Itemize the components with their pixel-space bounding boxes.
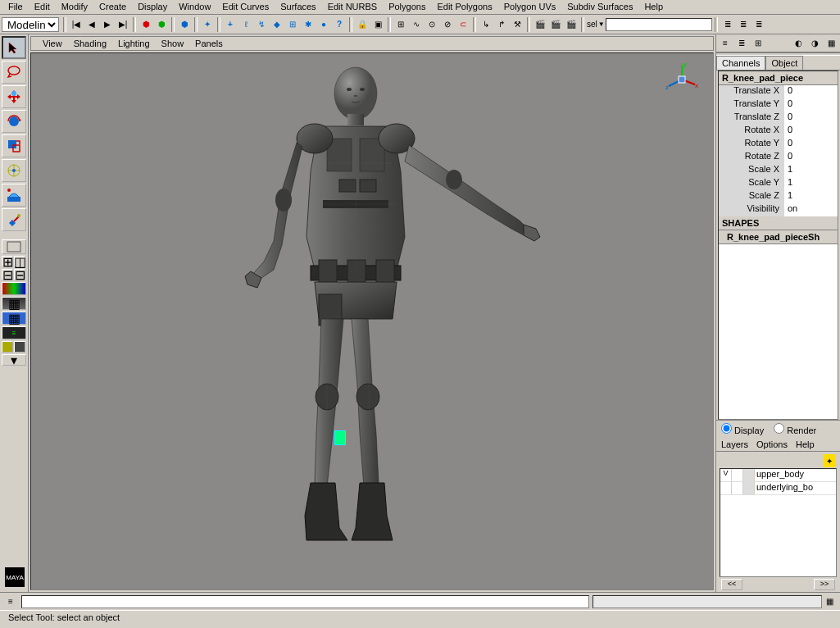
snap-point-icon[interactable]: ⊙: [425, 17, 439, 32]
vp-menu-view[interactable]: View: [38, 39, 67, 48]
render-globals-icon[interactable]: 🎬: [564, 17, 579, 32]
ch-sy-val[interactable]: 1: [784, 177, 838, 190]
scroll-right-button[interactable]: >>: [814, 579, 835, 590]
list-icon-2[interactable]: ≣: [736, 17, 751, 32]
select-bound-icon[interactable]: ▣: [370, 17, 385, 32]
lock-icon[interactable]: 🔒: [355, 17, 370, 32]
ch-rz-val[interactable]: 0: [784, 151, 838, 164]
layer-name[interactable]: underlying_bo: [755, 482, 836, 494]
menu-window[interactable]: Window: [174, 2, 216, 12]
manipulator-tool[interactable]: [2, 159, 26, 182]
four-pane-icon[interactable]: ⊞: [2, 256, 13, 267]
menu-edit-polygons[interactable]: Edit Polygons: [432, 2, 497, 12]
sphere-icon[interactable]: ●: [316, 17, 331, 32]
input-icon[interactable]: ↳: [479, 17, 493, 32]
menu-subdiv-surfaces[interactable]: Subdiv Surfaces: [562, 2, 638, 12]
paint-tool[interactable]: [2, 208, 26, 231]
layer-name[interactable]: upper_body: [755, 469, 836, 481]
vp-menu-lighting[interactable]: Lighting: [113, 39, 155, 48]
ch-vis-val[interactable]: on: [784, 203, 838, 216]
ch-sx-val[interactable]: 1: [784, 164, 838, 177]
menu-edit[interactable]: Edit: [30, 2, 55, 12]
vp-menu-shading[interactable]: Shading: [69, 39, 111, 48]
step-back-icon[interactable]: |◀: [69, 17, 84, 32]
selection-input[interactable]: [606, 18, 712, 31]
plus-icon[interactable]: +: [223, 17, 238, 32]
ch-ty-val[interactable]: 0: [784, 98, 838, 111]
layer-color-swatch[interactable]: [743, 469, 755, 481]
output-icon[interactable]: ↱: [494, 17, 509, 32]
snap-plane-icon[interactable]: ⊘: [440, 17, 455, 32]
layer-type-toggle[interactable]: [732, 482, 743, 494]
surface-icon[interactable]: ◆: [270, 17, 284, 32]
magnet-icon[interactable]: ⊂: [456, 17, 470, 32]
vp-menu-panels[interactable]: Panels: [190, 39, 228, 48]
obj-icon[interactable]: ⬢: [154, 17, 169, 32]
mel-toggle-icon[interactable]: ≡: [3, 594, 18, 609]
render-radio[interactable]: Render: [774, 423, 816, 435]
ch-ry-val[interactable]: 0: [784, 138, 838, 151]
mode-dropdown[interactable]: Modeling: [2, 17, 59, 32]
move-tool[interactable]: [2, 85, 26, 108]
layer-vis-toggle[interactable]: V: [720, 469, 732, 481]
scroll-left-button[interactable]: <<: [721, 579, 742, 590]
command-input[interactable]: [21, 595, 589, 608]
tool-settings-icon[interactable]: ◑: [807, 36, 822, 51]
layout-1-icon[interactable]: [2, 282, 26, 295]
preset-1-icon[interactable]: [2, 341, 13, 353]
frame-icon[interactable]: ⊞: [285, 17, 300, 32]
layout-2-icon[interactable]: ▦: [2, 297, 26, 310]
attr-editor-icon[interactable]: ◐: [791, 36, 806, 51]
layout-3-icon[interactable]: ▦: [2, 312, 26, 325]
reverse-icon[interactable]: ↯: [254, 17, 269, 32]
layer-type-toggle[interactable]: [732, 469, 743, 481]
channel-view-2-icon[interactable]: ≣: [734, 36, 749, 51]
layer-vis-toggle[interactable]: [720, 482, 732, 494]
snap-grid-icon[interactable]: ⊞: [393, 17, 408, 32]
menu-help[interactable]: Help: [639, 2, 668, 12]
lasso-tool[interactable]: [2, 61, 26, 84]
channel-view-3-icon[interactable]: ⊞: [751, 36, 765, 51]
play-fwd-icon[interactable]: ▶: [100, 17, 115, 32]
new-layer-icon[interactable]: ✦: [822, 453, 837, 468]
object-name-header[interactable]: R_knee_pad_piece: [719, 71, 838, 85]
help-icon[interactable]: ?: [332, 17, 347, 32]
object-tab[interactable]: Object: [765, 56, 803, 70]
channel-view-1-icon[interactable]: ≡: [718, 36, 733, 51]
selected-knee-pad-highlight[interactable]: [334, 430, 346, 445]
ch-sz-val[interactable]: 1: [784, 190, 838, 203]
ch-rx-val[interactable]: 0: [784, 125, 838, 138]
menu-modify[interactable]: Modify: [57, 2, 93, 12]
menu-edit-curves[interactable]: Edit Curves: [217, 2, 274, 12]
layer-row-underlying[interactable]: underlying_bo: [720, 482, 836, 495]
menu-file[interactable]: File: [3, 2, 28, 12]
two-pane-h-icon[interactable]: ⊟: [2, 269, 13, 280]
construction-icon[interactable]: ⚒: [510, 17, 524, 32]
two-pane-v-icon[interactable]: ◫: [14, 256, 25, 267]
ipr-icon[interactable]: 🎬: [548, 17, 563, 32]
display-radio[interactable]: Display: [721, 423, 764, 435]
perspective-viewport[interactable]: y x z: [30, 52, 714, 590]
character-mesh[interactable]: [175, 57, 569, 565]
snap-curve-icon[interactable]: ∿: [409, 17, 424, 32]
menu-polygon-uvs[interactable]: Polygon UVs: [499, 2, 561, 12]
menu-surfaces[interactable]: Surfaces: [275, 2, 320, 12]
channel-box-icon[interactable]: ▦: [824, 36, 838, 51]
spark-icon[interactable]: ✱: [301, 17, 316, 32]
menu-display[interactable]: Display: [133, 2, 172, 12]
ch-tx-val[interactable]: 0: [784, 85, 838, 98]
single-pane-icon[interactable]: [2, 239, 26, 254]
channels-tab[interactable]: Channels: [716, 56, 765, 70]
vertex-icon[interactable]: ✦: [200, 17, 215, 32]
menu-create[interactable]: Create: [94, 2, 131, 12]
list-icon-1[interactable]: ≣: [720, 17, 735, 32]
curve-icon[interactable]: ℓ: [238, 17, 253, 32]
layer-options-menu[interactable]: Options: [756, 439, 788, 449]
menu-edit-nurbs[interactable]: Edit NURBS: [323, 2, 383, 12]
vp-menu-show[interactable]: Show: [157, 39, 189, 48]
menu-polygons[interactable]: Polygons: [384, 2, 430, 12]
preset-2-icon[interactable]: [14, 341, 25, 353]
view-axis-gizmo[interactable]: y x z: [664, 61, 700, 98]
component-icon[interactable]: ⬢: [177, 17, 192, 32]
layer-help-menu[interactable]: Help: [796, 439, 815, 449]
